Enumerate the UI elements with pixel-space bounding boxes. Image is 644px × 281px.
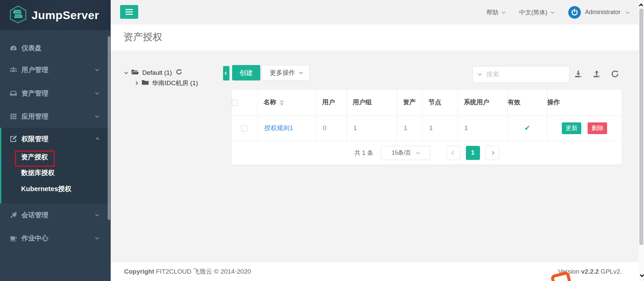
users-icon xyxy=(9,66,17,74)
sidebar-item-label: 用户管理 xyxy=(21,65,48,74)
scroll-down-button[interactable] xyxy=(639,271,644,280)
chevron-left-icon xyxy=(225,72,228,75)
users-count-link[interactable]: 0 xyxy=(323,124,327,131)
refresh-icon[interactable] xyxy=(610,69,621,79)
sidebar-toggle-button[interactable] xyxy=(120,5,138,19)
more-actions-button[interactable]: 更多操作 xyxy=(262,65,310,80)
column-header-users: 用户 xyxy=(316,90,346,115)
sidebar-item-assets[interactable]: 资产管理 xyxy=(0,84,111,103)
tree-node-label[interactable]: Default (1) xyxy=(142,69,172,76)
system-users-count-link[interactable]: 1 xyxy=(465,124,468,131)
topbar-right: 帮助 中文(简体) Administrator xyxy=(486,0,629,24)
rule-name-link[interactable]: 授权规则1 xyxy=(264,124,293,131)
page-title: 资产授权 xyxy=(123,31,162,44)
search-input[interactable] xyxy=(486,68,569,81)
sidebar-item-users[interactable]: 用户管理 xyxy=(0,60,111,79)
column-header-user-groups: 用户组 xyxy=(346,90,397,115)
refresh-icon[interactable] xyxy=(175,68,182,77)
tree-node-default[interactable]: Default (1) xyxy=(124,68,182,77)
delete-button[interactable]: 删除 xyxy=(588,122,607,134)
edit-icon xyxy=(9,135,17,143)
sidebar-subitem-database-permissions[interactable]: 数据库授权 xyxy=(21,167,55,178)
sidebar-item-permissions[interactable]: 权限管理 xyxy=(1,130,111,147)
username-label: Administrator xyxy=(585,9,621,16)
chevron-left-icon xyxy=(451,151,455,155)
search-box xyxy=(472,66,570,83)
power-icon xyxy=(570,8,579,17)
permissions-table-card: 名称 用户 用户组 资产 节点 系统用户 有效 操作 授权规则1 0 1 xyxy=(231,89,622,165)
column-header-system-users: 系统用户 xyxy=(458,90,507,115)
upload-icon[interactable] xyxy=(592,69,602,79)
sidebar-scrollbar-thumb[interactable] xyxy=(108,36,110,220)
chevron-down-icon xyxy=(478,72,481,76)
sidebar-subitem-asset-permissions[interactable]: 资产授权 xyxy=(21,151,48,163)
chevron-down-icon xyxy=(95,236,99,239)
folder-icon xyxy=(142,79,149,87)
table-header-row: 名称 用户 用户组 资产 节点 系统用户 有效 操作 xyxy=(232,90,622,115)
jumpserver-logo-icon xyxy=(9,5,27,25)
column-header-actions: 操作 xyxy=(547,90,622,115)
select-all-checkbox[interactable] xyxy=(232,100,238,106)
sidebar-subitem-kubernetes-permissions[interactable]: Kubernetes授权 xyxy=(21,183,71,194)
user-groups-count-link[interactable]: 1 xyxy=(354,124,357,131)
rocket-icon xyxy=(9,211,17,219)
create-button[interactable]: 创建 xyxy=(232,65,260,80)
sort-icon[interactable] xyxy=(280,100,284,106)
assets-count-link[interactable]: 1 xyxy=(404,124,408,131)
sidebar-item-sessions[interactable]: 会话管理 xyxy=(0,206,111,224)
column-header-nodes: 节点 xyxy=(422,90,458,115)
scrollbar-thumb[interactable] xyxy=(639,9,643,245)
download-icon[interactable] xyxy=(574,69,584,79)
inbox-icon xyxy=(9,89,17,97)
chevron-down-icon xyxy=(95,114,99,118)
sidebar-group-permissions: 权限管理 资产授权 数据库授权 Kubernetes授权 xyxy=(0,128,111,204)
page-number-button[interactable]: 1 xyxy=(466,146,480,160)
pagination: 共 1 条 15条/页 1 xyxy=(232,141,622,165)
next-page-button[interactable] xyxy=(485,146,499,160)
brand-title: JumpServer xyxy=(32,9,99,22)
chevron-right-icon[interactable] xyxy=(134,81,138,85)
nodes-count-link[interactable]: 1 xyxy=(429,124,433,131)
table-row: 授权规则1 0 1 1 1 1 ✔ 更新 删除 xyxy=(232,115,622,141)
update-button[interactable]: 更新 xyxy=(562,122,581,134)
copyright-text: Copyright FIT2CLOUD 飞致云 © 2014-2020 xyxy=(124,267,251,276)
sidebar-item-dashboard[interactable]: 仪表盘 xyxy=(0,39,111,57)
search-filter-dropdown[interactable] xyxy=(473,73,486,76)
row-checkbox[interactable] xyxy=(241,125,248,131)
user-menu[interactable]: Administrator xyxy=(585,9,629,16)
chevron-down-icon xyxy=(95,213,99,216)
gauge-icon xyxy=(9,44,17,52)
chevron-up-icon xyxy=(96,137,99,141)
more-actions-label: 更多操作 xyxy=(270,68,295,77)
sidebar-item-job-center[interactable]: 作业中心 xyxy=(0,229,111,247)
tree-node-idc[interactable]: 华南IDC机房 (1) xyxy=(135,79,198,88)
sidebar-item-applications[interactable]: 应用管理 xyxy=(0,107,111,126)
column-header-valid: 有效 xyxy=(507,90,547,115)
permissions-table: 名称 用户 用户组 资产 节点 系统用户 有效 操作 授权规则1 0 1 xyxy=(232,90,622,141)
language-menu[interactable]: 中文(简体) xyxy=(519,8,553,16)
chevron-down-icon[interactable] xyxy=(124,70,128,74)
sidebar-item-label: 会话管理 xyxy=(21,211,48,220)
chevron-down-icon xyxy=(416,150,420,154)
grid-icon xyxy=(9,112,17,120)
sidebar-item-label: 仪表盘 xyxy=(21,44,42,53)
sidebar-subitem-label: 资产授权 xyxy=(21,153,48,162)
sidebar-item-label: 资产管理 xyxy=(21,89,48,98)
avatar[interactable] xyxy=(568,6,581,19)
page-size-value: 15条/页 xyxy=(392,149,411,157)
sidebar-subitem-label: 数据库授权 xyxy=(21,168,55,177)
help-menu[interactable]: 帮助 xyxy=(486,8,504,16)
scroll-up-button[interactable] xyxy=(639,1,644,9)
brand[interactable]: JumpServer xyxy=(0,0,111,30)
column-header-name[interactable]: 名称 xyxy=(257,90,316,115)
tree-node-label[interactable]: 华南IDC机房 (1) xyxy=(152,79,198,88)
prev-page-button[interactable] xyxy=(446,146,461,160)
chevron-down-icon xyxy=(299,70,303,74)
chevron-down-icon xyxy=(626,10,630,13)
tree-collapse-handle[interactable] xyxy=(223,66,229,80)
page-size-select[interactable]: 15条/页 xyxy=(381,146,430,160)
sidebar: JumpServer 仪表盘 用户管理 xyxy=(0,0,111,281)
coffee-icon xyxy=(9,234,17,242)
help-label: 帮助 xyxy=(486,8,498,16)
chevron-down-icon xyxy=(551,10,554,13)
